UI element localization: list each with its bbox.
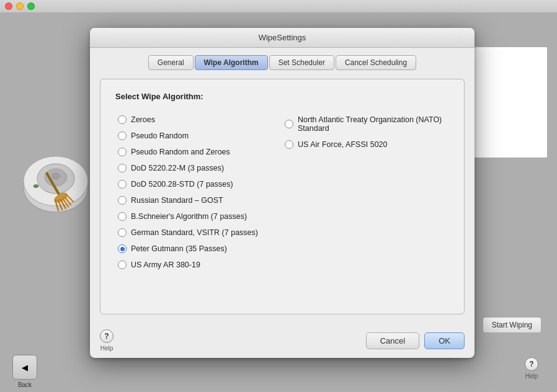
radio-circle-german-vsitr [118,228,127,237]
disk-icon [19,149,93,223]
radio-circle-schneier [118,212,127,221]
radio-circle-us-army [118,261,127,269]
tab-cancel-scheduling[interactable]: Cancel Scheduling [336,55,416,70]
right-help-area: ? Help [525,357,538,380]
radio-circle-russian-gost [118,196,127,205]
disk-icon-area [12,136,99,236]
maximize-button[interactable] [27,2,35,10]
radio-zeroes[interactable]: Zeroes [115,112,282,127]
radio-dod-7pass[interactable]: DoD 5200.28-STD (7 passes) [115,177,282,192]
radio-circle-peter-gutmann [118,244,127,253]
tab-bar: General Wipe Algorithm Set Scheduler Can… [100,55,465,70]
algorithm-col-left: Zeroes Pseudo Random Pseudo Random and Z… [115,112,282,272]
radio-label-german-vsitr: German Standard, VSITR (7 passes) [131,228,258,237]
radio-label-dod-3pass: DoD 5220.22-M (3 passes) [131,164,224,172]
back-label: Back [12,381,37,388]
dialog-buttons: Cancel OK [366,332,465,349]
radio-circle-pseudo-random [118,131,127,140]
radio-label-pseudo-random-zeroes: Pseudo Random and Zeroes [131,148,230,156]
radio-us-army[interactable]: US Army AR 380-19 [115,257,282,272]
tab-general[interactable]: General [148,55,194,70]
radio-schneier[interactable]: B.Schneier's Algorithm (7 passes) [115,209,282,224]
radio-label-zeroes: Zeroes [131,115,155,124]
dialog: WipeSettings General Wipe Algorithm Set … [90,28,475,358]
radio-label-dod-7pass: DoD 5200.28-STD (7 passes) [131,180,233,189]
dialog-title: WipeSettings [90,28,475,48]
app-body: web browser history, ent file histories.… [0,12,557,392]
svg-point-4 [52,173,60,179]
radio-peter-gutmann[interactable]: Peter Gutmann (35 Passes) [115,241,282,256]
radio-russian-gost[interactable]: Russian Standard – GOST [115,193,282,208]
algorithm-grid: Zeroes Pseudo Random Pseudo Random and Z… [115,112,449,272]
back-arrow-icon: ◀ [22,363,28,372]
start-wiping-button[interactable]: Start Wiping [483,317,541,333]
radio-label-schneier: B.Schneier's Algorithm (7 passes) [131,212,247,221]
ok-button[interactable]: OK [424,332,465,349]
radio-label-pseudo-random: Pseudo Random [131,131,189,140]
content-box: Select Wipe Algorithm: Zeroes Pseudo Ran… [100,79,465,314]
radio-label-nato: North Atlantic Treaty Organization (NATO… [298,115,447,133]
radio-label-peter-gutmann: Peter Gutmann (35 Passes) [131,244,227,253]
help-label: Help [100,345,114,352]
right-help-label: Help [525,373,538,380]
radio-circle-zeroes [118,115,127,124]
right-help-button[interactable]: ? [525,357,538,371]
tab-wipe-algorithm[interactable]: Wipe Algorithm [195,55,268,70]
svg-point-6 [34,185,38,187]
radio-circle-nato [285,120,293,128]
radio-us-air-force[interactable]: US Air Force, AFSSI 5020 [282,137,449,152]
radio-label-us-army: US Army AR 380-19 [131,261,200,269]
close-button[interactable] [5,2,12,10]
radio-circle-dod-7pass [118,180,127,189]
radio-label-russian-gost: Russian Standard – GOST [131,196,223,205]
minimize-button[interactable] [16,2,24,10]
radio-circle-us-air-force [285,140,293,149]
radio-pseudo-random[interactable]: Pseudo Random [115,128,282,143]
help-button[interactable]: ? [100,329,114,343]
radio-circle-pseudo-random-zeroes [118,148,127,156]
help-area: ? Help [100,329,114,352]
scroll-area[interactable] [467,47,548,158]
radio-pseudo-random-zeroes[interactable]: Pseudo Random and Zeroes [115,145,282,159]
dialog-bottom-bar: ? Help Cancel OK [90,322,475,358]
cancel-button[interactable]: Cancel [366,332,419,349]
os-titlebar [0,0,557,12]
radio-dod-3pass[interactable]: DoD 5220.22-M (3 passes) [115,161,282,176]
radio-circle-dod-3pass [118,164,127,172]
tab-set-scheduler[interactable]: Set Scheduler [269,55,334,70]
radio-label-us-air-force: US Air Force, AFSSI 5020 [298,140,388,149]
algorithm-col-right: North Atlantic Treaty Organization (NATO… [282,112,449,272]
radio-german-vsitr[interactable]: German Standard, VSITR (7 passes) [115,225,282,240]
back-button[interactable]: ◀ [12,355,37,380]
dialog-body: General Wipe Algorithm Set Scheduler Can… [90,48,475,322]
radio-nato[interactable]: North Atlantic Treaty Organization (NATO… [282,112,449,136]
section-title: Select Wipe Algorithm: [115,92,449,101]
